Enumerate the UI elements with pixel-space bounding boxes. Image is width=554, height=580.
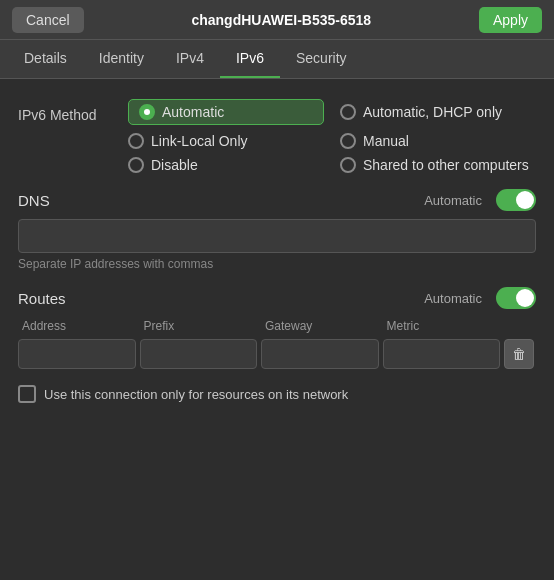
radio-manual-circle (340, 133, 356, 149)
radio-disable-circle (128, 157, 144, 173)
radio-manual[interactable]: Manual (340, 133, 536, 149)
header: Cancel changdHUAWEI-B535-6518 Apply (0, 0, 554, 40)
cancel-button[interactable]: Cancel (12, 7, 84, 33)
radio-automatic-dhcp-label: Automatic, DHCP only (363, 104, 502, 120)
tab-identity[interactable]: Identity (83, 40, 160, 78)
tab-bar: Details Identity IPv4 IPv6 Security (0, 40, 554, 79)
trash-icon: 🗑 (512, 346, 526, 362)
ipv6-content: IPv6 Method Automatic Automatic, DHCP on… (0, 79, 554, 423)
window-title: changdHUAWEI-B535-6518 (191, 12, 371, 28)
routes-col-headers: Address Prefix Gateway Metric (18, 317, 536, 335)
routes-section: Routes Automatic Address Prefix Gateway … (18, 287, 536, 369)
connection-only-checkbox[interactable] (18, 385, 36, 403)
col-gateway: Gateway (261, 317, 379, 335)
ipv6-method-grid: Automatic Automatic, DHCP only Link-Loca… (128, 99, 536, 173)
dns-auto-label: Automatic (424, 193, 482, 208)
dns-row-header: DNS Automatic (18, 189, 536, 211)
radio-manual-label: Manual (363, 133, 409, 149)
col-address: Address (18, 317, 136, 335)
ipv6-method-row: IPv6 Method Automatic Automatic, DHCP on… (18, 99, 536, 173)
radio-link-local-label: Link-Local Only (151, 133, 248, 149)
route-address-input[interactable] (18, 339, 136, 369)
tab-security[interactable]: Security (280, 40, 363, 78)
tab-details[interactable]: Details (8, 40, 83, 78)
route-delete-button[interactable]: 🗑 (504, 339, 534, 369)
radio-automatic-circle (139, 104, 155, 120)
radio-automatic-dhcp[interactable]: Automatic, DHCP only (340, 99, 536, 125)
dns-section: DNS Automatic Separate IP addresses with… (18, 189, 536, 271)
tab-ipv6[interactable]: IPv6 (220, 40, 280, 78)
radio-automatic[interactable]: Automatic (128, 99, 324, 125)
connection-only-row[interactable]: Use this connection only for resources o… (18, 385, 536, 403)
routes-row-header: Routes Automatic (18, 287, 536, 309)
tab-ipv4[interactable]: IPv4 (160, 40, 220, 78)
radio-shared-label: Shared to other computers (363, 157, 529, 173)
routes-auto-label: Automatic (424, 291, 482, 306)
col-prefix: Prefix (140, 317, 258, 335)
dns-input[interactable] (18, 219, 536, 253)
dns-hint: Separate IP addresses with commas (18, 257, 536, 271)
radio-automatic-label: Automatic (162, 104, 224, 120)
radio-link-local[interactable]: Link-Local Only (128, 133, 324, 149)
radio-automatic-dhcp-circle (340, 104, 356, 120)
route-prefix-input[interactable] (140, 339, 258, 369)
route-gateway-input[interactable] (261, 339, 379, 369)
dns-title: DNS (18, 192, 50, 209)
routes-toggle[interactable] (496, 287, 536, 309)
connection-only-label: Use this connection only for resources o… (44, 387, 348, 402)
routes-title: Routes (18, 290, 66, 307)
radio-disable[interactable]: Disable (128, 157, 324, 173)
radio-disable-label: Disable (151, 157, 198, 173)
radio-shared[interactable]: Shared to other computers (340, 157, 536, 173)
radio-shared-circle (340, 157, 356, 173)
dns-toggle[interactable] (496, 189, 536, 211)
apply-button[interactable]: Apply (479, 7, 542, 33)
dns-toggle-wrap: Automatic (424, 189, 536, 211)
routes-toggle-wrap: Automatic (424, 287, 536, 309)
col-metric: Metric (383, 317, 501, 335)
ipv6-method-label: IPv6 Method (18, 99, 128, 123)
radio-link-local-circle (128, 133, 144, 149)
routes-row: 🗑 (18, 339, 536, 369)
route-metric-input[interactable] (383, 339, 501, 369)
